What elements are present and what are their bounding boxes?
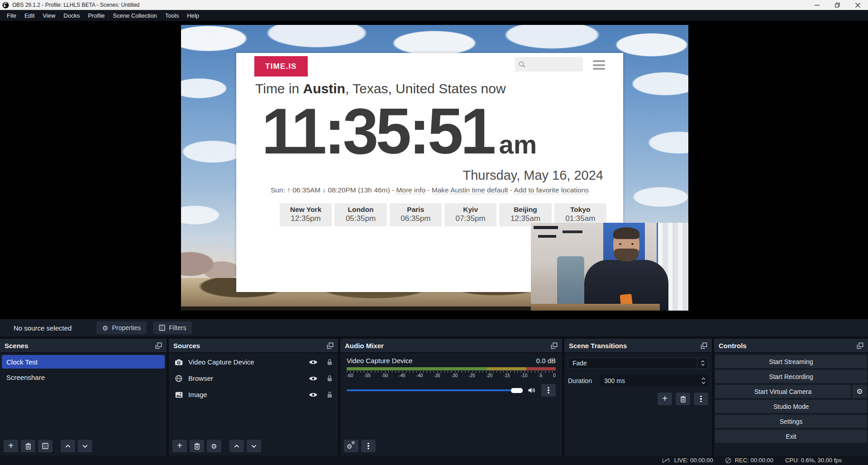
search-icon (519, 61, 525, 68)
timeis-search-box (515, 57, 583, 72)
dropdown-chevrons-icon (697, 358, 708, 369)
audio-mixer-panel: Audio Mixer Video Capture Device 0.0 dB … (340, 339, 562, 455)
webcam-chair (557, 256, 584, 311)
volume-slider[interactable] (347, 389, 523, 392)
hamburger-menu-icon (593, 60, 605, 70)
transitions-panel-title: Scene Transitions (569, 342, 627, 350)
speaker-icon[interactable] (528, 387, 536, 393)
visibility-eye-icon[interactable] (309, 360, 318, 365)
sources-panel: Sources Video Capture Device Browser (169, 339, 338, 455)
close-button[interactable] (848, 0, 868, 10)
visibility-eye-icon[interactable] (309, 392, 318, 398)
settings-button[interactable]: Settings (715, 415, 867, 428)
timeis-sun-line: Sun: ↑ 06:35AM ↓ 08:20PM (13h 46m) - Mor… (236, 186, 623, 194)
obs-window: OBS 29.1.2 - Profile: LLHLS BETA - Scene… (0, 0, 868, 465)
scene-transitions-panel: Scene Transitions Fade Duration (564, 339, 712, 455)
move-source-up-button[interactable] (229, 440, 244, 452)
preview-canvas: TIME.IS Time in Austin, Texas, United St… (0, 21, 868, 319)
menu-file[interactable]: File (3, 12, 20, 19)
make-default-link: Make Austin time default (432, 186, 508, 194)
properties-button[interactable]: ⚙ Properties (96, 321, 147, 334)
webcam-source[interactable] (531, 223, 688, 311)
start-virtual-camera-button[interactable]: Start Virtual Camera (715, 385, 851, 398)
mixer-db-value: 0.0 dB (536, 357, 556, 364)
visibility-eye-icon[interactable] (309, 376, 318, 381)
dock-area: Scenes Clock Test Screenshare + Sources (0, 339, 868, 455)
exit-button[interactable]: Exit (715, 430, 867, 443)
double-gear-icon: ⚙⚙ (347, 443, 356, 450)
timeis-heading: Time in Austin, Texas, United States now (255, 81, 506, 96)
popout-icon[interactable] (551, 342, 558, 349)
image-icon (174, 392, 183, 398)
remove-source-button[interactable] (190, 440, 204, 452)
menu-bar: File Edit View Docks Profile Scene Colle… (0, 10, 868, 21)
move-source-down-button[interactable] (247, 440, 261, 452)
source-properties-button[interactable]: ⚙ (207, 440, 221, 452)
menu-tools[interactable]: Tools (161, 12, 183, 19)
menu-profile[interactable]: Profile (84, 12, 109, 19)
clock-meridiem: am (499, 129, 537, 159)
timeis-logo: TIME.IS (254, 56, 308, 77)
scene-item-clock-test[interactable]: Clock Test (2, 355, 165, 369)
advanced-audio-button[interactable]: ⚙⚙ (344, 440, 358, 452)
scene-preview[interactable]: TIME.IS Time in Austin, Texas, United St… (181, 25, 688, 311)
move-scene-down-button[interactable] (78, 440, 92, 452)
remove-transition-button[interactable] (676, 393, 690, 405)
audio-mixer-title: Audio Mixer (345, 342, 384, 350)
kebab-menu-icon (548, 387, 549, 394)
popout-icon[interactable] (857, 342, 863, 349)
add-scene-button[interactable]: + (4, 440, 18, 452)
popout-icon[interactable] (701, 342, 707, 349)
kebab-menu-icon (367, 443, 369, 450)
title-bar: OBS 29.1.2 - Profile: LLHLS BETA - Scene… (0, 0, 868, 10)
mixer-menu-button[interactable] (361, 440, 376, 452)
studio-mode-button[interactable]: Studio Mode (715, 400, 867, 413)
menu-help[interactable]: Help (183, 12, 203, 19)
webcam-person-eye-left (619, 243, 621, 245)
lock-icon[interactable] (327, 391, 333, 398)
menu-docks[interactable]: Docks (59, 12, 84, 19)
lock-icon[interactable] (327, 359, 333, 365)
transition-dropdown[interactable]: Fade (568, 357, 708, 369)
sources-panel-title: Sources (173, 342, 200, 350)
more-info-link: More info (396, 186, 425, 194)
webcam-person-hair (613, 227, 639, 239)
source-row-image[interactable]: Image (169, 387, 338, 402)
popout-icon[interactable] (155, 342, 162, 349)
city-newyork: New York12:35pm (280, 203, 332, 226)
mixer-channel-menu-button[interactable] (541, 384, 556, 397)
kebab-menu-icon (700, 396, 701, 403)
move-scene-up-button[interactable] (61, 440, 75, 452)
start-recording-button[interactable]: Start Recording (715, 370, 867, 383)
popout-icon[interactable] (327, 342, 334, 349)
remove-scene-button[interactable] (21, 440, 35, 452)
minimize-button[interactable] (807, 0, 827, 10)
lock-icon[interactable] (327, 375, 333, 382)
add-transition-button[interactable]: + (658, 393, 672, 405)
menu-edit[interactable]: Edit (20, 12, 38, 19)
volume-slider-handle[interactable] (511, 388, 523, 393)
spinner-chevrons[interactable] (698, 378, 708, 384)
transition-selected-value: Fade (568, 360, 697, 367)
virtual-camera-config-button[interactable]: ⚙ (852, 385, 867, 398)
timeis-clock: 11:35:51 am (262, 99, 537, 163)
add-source-button[interactable]: + (172, 440, 187, 452)
filters-button[interactable]: Filters (153, 321, 192, 334)
source-label: Video Capture Device (188, 358, 304, 366)
source-row-video-capture[interactable]: Video Capture Device (169, 355, 338, 369)
source-row-browser[interactable]: Browser (169, 371, 338, 386)
record-inactive-icon (725, 457, 731, 464)
duration-input[interactable] (600, 377, 698, 385)
menu-scene-collection[interactable]: Scene Collection (109, 12, 161, 19)
menu-view[interactable]: View (38, 12, 59, 19)
live-status: LIVE: 00:00:00 (661, 457, 713, 464)
obs-logo-icon (2, 2, 9, 9)
scene-filters-button[interactable] (38, 440, 52, 452)
start-streaming-button[interactable]: Start Streaming (715, 355, 867, 368)
restore-button[interactable] (827, 0, 848, 10)
transition-properties-button[interactable] (694, 393, 708, 405)
stream-inactive-icon (661, 457, 671, 464)
gear-icon: ⚙ (102, 325, 108, 331)
webcam-person-head (613, 229, 639, 261)
scene-item-screenshare[interactable]: Screenshare (2, 370, 165, 384)
